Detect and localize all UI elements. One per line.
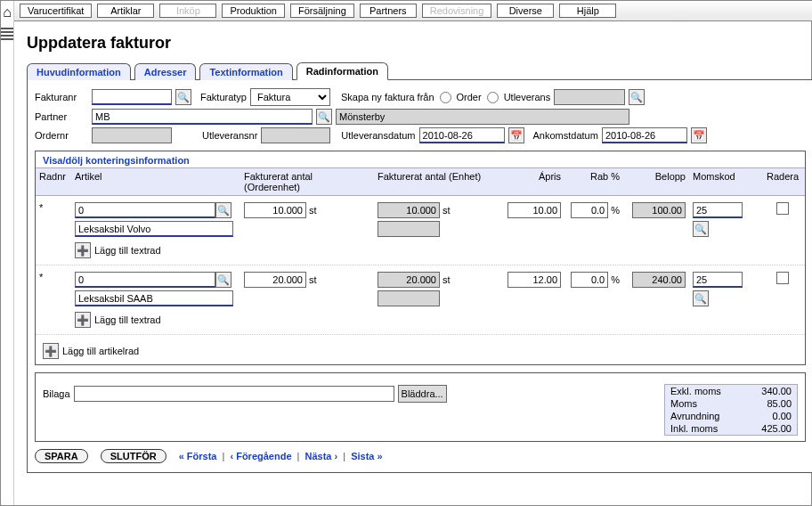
belopp-field: [632, 202, 686, 218]
add-textrow-link[interactable]: ➕ Lägg till textrad: [75, 312, 237, 328]
pager-next[interactable]: Nästa ›: [305, 451, 338, 461]
lines-panel: Visa/dölj konteringsinformation Radnr Ar…: [35, 151, 806, 365]
antal-enhet-extra: [378, 290, 440, 306]
partner-name-field: [336, 109, 629, 125]
topmenu-inköp: Inköp: [159, 4, 216, 18]
skapa-utlev-radio[interactable]: [487, 92, 499, 103]
hdr-artikel: Artikel: [71, 168, 240, 195]
menu-icon[interactable]: [1, 26, 13, 42]
form-panel: Fakturanr 🔍 Fakturatyp Faktura Skapa ny …: [27, 80, 812, 473]
radera-checkbox[interactable]: [776, 202, 789, 215]
enhet-unit: st: [443, 274, 451, 285]
table-row: * 🔍 ➕ Lägg till textrad st st % 🔍: [36, 265, 805, 335]
antal-order-input[interactable]: [244, 272, 306, 288]
footer-bar: SPARA SLUTFÖR « Första | ‹ Föregående | …: [35, 449, 806, 463]
topmenu-hjälp[interactable]: Hjälp: [559, 4, 616, 18]
partner-code-input[interactable]: [92, 109, 313, 125]
fakturatyp-select[interactable]: Faktura: [250, 88, 330, 106]
topmenu-produktion[interactable]: Produktion: [222, 4, 285, 18]
pager-prev[interactable]: ‹ Föregående: [230, 451, 291, 461]
momskod-search-icon[interactable]: 🔍: [693, 290, 709, 306]
tab-radinformation[interactable]: Radinformation: [296, 62, 388, 80]
skapa-lookup-input: [554, 89, 625, 105]
artikel-name-input[interactable]: [75, 290, 233, 306]
fakturanr-search-icon[interactable]: 🔍: [175, 89, 191, 105]
artikel-search-icon[interactable]: 🔍: [215, 202, 231, 218]
hdr-faktenh: Fakturerat antal (Enhet): [374, 168, 499, 195]
apris-input[interactable]: [508, 272, 561, 288]
utlevdatum-label: Utleveransdatum: [341, 130, 415, 141]
fakturatyp-label: Fakturatyp: [200, 92, 247, 102]
topmenu-försäljning[interactable]: Försäljning: [290, 4, 354, 18]
add-textrow-label: Lägg till textrad: [94, 314, 161, 325]
radera-checkbox[interactable]: [776, 272, 789, 284]
add-artikelrow-link[interactable]: ➕ Lägg till artikelrad: [43, 343, 798, 359]
tab-adresser[interactable]: Adresser: [134, 63, 197, 80]
fakturanr-input[interactable]: [92, 89, 172, 105]
moms-label: Moms: [670, 398, 697, 409]
momskod-input[interactable]: [693, 202, 743, 218]
apris-input[interactable]: [508, 202, 561, 218]
moms-value: 85.00: [767, 398, 792, 409]
skapa-label: Skapa ny faktura från: [341, 92, 434, 102]
bilaga-input[interactable]: [74, 386, 394, 402]
ankomst-label: Ankomstdatum: [533, 130, 598, 141]
order-unit: st: [309, 274, 317, 285]
add-textrow-icon: ➕: [75, 312, 91, 328]
topmenu-artiklar[interactable]: Artiklar: [97, 4, 154, 18]
ankomst-input[interactable]: [602, 127, 687, 143]
tab-textinformation[interactable]: Textinformation: [199, 63, 292, 80]
topmenu-redovisning: Redovisning: [422, 4, 492, 18]
rab-input[interactable]: [571, 272, 608, 288]
tab-bar: HuvudinformationAdresserTextinformationR…: [27, 61, 812, 80]
cell-radnr: *: [36, 200, 71, 216]
artikel-search-icon[interactable]: 🔍: [215, 272, 231, 288]
hdr-faktord: Fakturerat antal (Orderenhet): [240, 168, 374, 195]
toggle-kontering-link[interactable]: Visa/dölj konteringsinformation: [36, 151, 805, 167]
pager-first[interactable]: « Första: [179, 451, 217, 461]
pager-last[interactable]: Sista »: [351, 451, 382, 461]
topmenu-varucertifikat[interactable]: Varucertifikat: [20, 4, 92, 18]
add-textrow-label: Lägg till textrad: [94, 245, 161, 256]
hdr-moms: Momskod: [689, 168, 760, 195]
antal-enhet-input: [378, 272, 440, 288]
save-button[interactable]: SPARA: [35, 449, 88, 463]
momskod-input[interactable]: [693, 272, 743, 288]
utlevnr-input: [261, 127, 330, 143]
skapa-utlev-label: Utleverans: [504, 92, 551, 102]
utlevdatum-input[interactable]: [419, 127, 505, 143]
antal-enhet-extra: [378, 221, 440, 237]
table-row: * 🔍 ➕ Lägg till textrad st st % 🔍: [36, 196, 805, 265]
grid-header: Radnr Artikel Fakturerat antal (Orderenh…: [36, 167, 805, 196]
add-row-icon: ➕: [43, 343, 59, 359]
partner-search-icon[interactable]: 🔍: [316, 109, 332, 125]
antal-order-input[interactable]: [244, 202, 306, 218]
rab-input[interactable]: [571, 202, 608, 218]
hdr-rab: Rab %: [564, 168, 623, 195]
topmenu-diverse[interactable]: Diverse: [497, 4, 554, 18]
artikel-name-input[interactable]: [75, 221, 233, 237]
utlevdatum-calendar-icon[interactable]: [508, 127, 524, 143]
avr-label: Avrundning: [670, 411, 719, 421]
skapa-search-icon[interactable]: 🔍: [629, 89, 645, 105]
skapa-order-radio[interactable]: [440, 92, 451, 103]
artikel-code-input[interactable]: [75, 272, 215, 288]
hdr-radera: Radera: [760, 168, 805, 195]
topmenu-partners[interactable]: Partners: [360, 4, 417, 18]
exkl-label: Exkl. moms: [670, 386, 721, 396]
add-artikelrow-label: Lägg till artikelrad: [62, 346, 139, 356]
ankomst-calendar-icon[interactable]: [691, 127, 707, 143]
tab-huvudinformation[interactable]: Huvudinformation: [27, 63, 131, 80]
bilaga-label: Bilaga: [43, 388, 70, 399]
finish-button[interactable]: SLUTFÖR: [101, 449, 166, 463]
home-icon[interactable]: ⌂: [3, 4, 12, 20]
hdr-radnr: Radnr: [36, 168, 71, 195]
exkl-value: 340.00: [761, 386, 792, 396]
skapa-order-label: Order: [457, 92, 482, 102]
artikel-code-input[interactable]: [75, 202, 215, 218]
momskod-search-icon[interactable]: 🔍: [693, 221, 709, 237]
bilaga-browse-button[interactable]: Bläddra...: [398, 385, 447, 403]
add-textrow-link[interactable]: ➕ Lägg till textrad: [75, 242, 237, 258]
ordernr-input: [92, 127, 172, 143]
rab-unit: %: [611, 274, 620, 285]
